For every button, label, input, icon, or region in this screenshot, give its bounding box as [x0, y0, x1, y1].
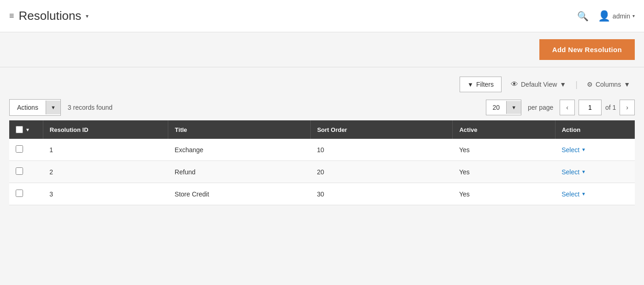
select-label: Select: [561, 146, 579, 154]
table-row: 2 Refund 20 Yes Select ▼: [9, 161, 635, 183]
th-checkbox: ▼: [9, 120, 43, 139]
view-chevron-icon: ▼: [560, 81, 566, 88]
row-checkbox-cell: [9, 183, 43, 205]
main-content: ▼ Filters 👁 Default View ▼ | ⚙ Columns ▼…: [0, 67, 644, 214]
prev-page-button[interactable]: ‹: [560, 100, 575, 115]
per-page-chevron-icon: ▼: [506, 101, 521, 114]
separator: |: [575, 80, 578, 89]
row-sort-order: 10: [310, 139, 453, 161]
table-row: 3 Store Credit 30 Yes Select ▼: [9, 183, 635, 205]
columns-chevron-icon: ▼: [624, 81, 630, 88]
row-checkbox-2[interactable]: [16, 190, 23, 197]
row-checkbox-cell: [9, 161, 43, 183]
actions-dropdown[interactable]: Actions ▼: [9, 99, 61, 116]
row-select-button[interactable]: Select ▼: [561, 190, 628, 198]
view-label: Default View: [521, 81, 557, 88]
select-chevron-icon: ▼: [581, 169, 586, 174]
row-id: 2: [43, 161, 168, 183]
records-found: 3 records found: [68, 104, 112, 111]
page-title: Resolutions: [19, 9, 82, 23]
row-select-button[interactable]: Select ▼: [561, 146, 628, 154]
table-row: 1 Exchange 10 Yes Select ▼: [9, 139, 635, 161]
page-header: ≡ Resolutions ▾ 🔍 👤 admin ▾: [0, 0, 644, 32]
header-right: 🔍 👤 admin ▾: [577, 10, 635, 22]
admin-chevron-icon: ▾: [632, 13, 635, 18]
filter-bar: ▼ Filters 👁 Default View ▼ | ⚙ Columns ▼: [9, 77, 635, 92]
filters-button[interactable]: ▼ Filters: [460, 77, 502, 92]
row-active: Yes: [453, 161, 555, 183]
filter-icon: ▼: [467, 81, 473, 88]
row-action-cell: Select ▼: [555, 183, 635, 205]
pagination: 20 ▼ per page ‹ of 1 ›: [486, 100, 635, 115]
th-active: Active: [453, 120, 555, 139]
row-active: Yes: [453, 139, 555, 161]
page-number-input[interactable]: [579, 100, 602, 115]
page-of-label: of 1: [605, 104, 616, 111]
select-all-checkbox[interactable]: [16, 126, 23, 133]
hamburger-icon[interactable]: ≡: [9, 11, 14, 21]
per-page-label: per page: [528, 104, 553, 111]
columns-button[interactable]: ⚙ Columns ▼: [582, 77, 635, 92]
row-sort-order: 20: [310, 161, 453, 183]
checkbox-sort-icon: ▼: [25, 127, 30, 132]
per-page-value: 20: [486, 100, 507, 115]
row-action-cell: Select ▼: [555, 139, 635, 161]
default-view-button[interactable]: 👁 Default View ▼: [506, 77, 571, 92]
th-title: Title: [168, 120, 311, 139]
eye-icon: 👁: [511, 80, 518, 89]
filter-label: Filters: [476, 81, 494, 88]
add-new-resolution-button[interactable]: Add New Resolution: [539, 39, 635, 60]
row-title: Refund: [168, 161, 311, 183]
row-checkbox-0[interactable]: [16, 145, 23, 153]
select-chevron-icon: ▼: [581, 191, 586, 196]
th-sort-order: Sort Order: [310, 120, 453, 139]
gear-icon: ⚙: [587, 81, 593, 88]
title-dropdown-icon[interactable]: ▾: [86, 13, 89, 19]
next-page-button[interactable]: ›: [620, 100, 635, 115]
row-checkbox-cell: [9, 139, 43, 161]
resolutions-table: ▼ Resolution ID Title Sort Order Active …: [9, 120, 635, 205]
table-header-row: ▼ Resolution ID Title Sort Order Active …: [9, 120, 635, 139]
per-page-select[interactable]: 20 ▼: [486, 100, 521, 115]
columns-label: Columns: [596, 81, 621, 88]
row-checkbox-1[interactable]: [16, 167, 23, 175]
actions-label: Actions: [10, 100, 46, 115]
admin-avatar-icon: 👤: [598, 10, 610, 22]
row-action-cell: Select ▼: [555, 161, 635, 183]
row-select-button[interactable]: Select ▼: [561, 168, 628, 176]
row-sort-order: 30: [310, 183, 453, 205]
admin-label: admin: [613, 12, 630, 20]
actions-bar: Actions ▼ 3 records found 20 ▼ per page …: [9, 99, 635, 116]
row-title: Exchange: [168, 139, 311, 161]
row-active: Yes: [453, 183, 555, 205]
actions-chevron-icon: ▼: [46, 101, 60, 114]
page-toolbar: Add New Resolution: [0, 32, 644, 67]
search-icon[interactable]: 🔍: [577, 11, 589, 22]
admin-menu[interactable]: 👤 admin ▾: [598, 10, 635, 22]
select-label: Select: [561, 190, 579, 198]
header-left: ≡ Resolutions ▾: [9, 9, 89, 23]
row-title: Store Credit: [168, 183, 311, 205]
actions-left: Actions ▼ 3 records found: [9, 99, 112, 116]
th-resolution-id: Resolution ID: [43, 120, 168, 139]
select-chevron-icon: ▼: [581, 147, 586, 152]
th-action: Action: [555, 120, 635, 139]
select-label: Select: [561, 168, 579, 176]
row-id: 3: [43, 183, 168, 205]
row-id: 1: [43, 139, 168, 161]
